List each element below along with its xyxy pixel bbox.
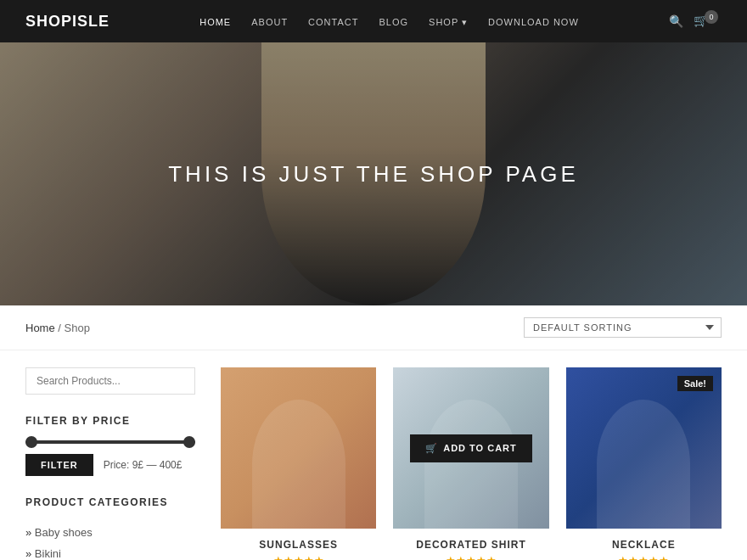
hero-title: THIS IS JUST THE SHOP PAGE [168, 161, 579, 188]
search-input[interactable] [25, 367, 195, 395]
price-thumb-left[interactable] [25, 436, 37, 448]
category-item-bikini[interactable]: Bikini [25, 543, 195, 560]
product-card-sunglasses[interactable]: SUNGLASSES ★★★★★ 335.00£ [221, 367, 376, 560]
main-layout: FILTER BY PRICE FILTER Price: 9£ — 400£ … [0, 350, 747, 560]
product-name-necklace: NECKLACE [566, 539, 722, 551]
filter-row: FILTER Price: 9£ — 400£ [25, 454, 195, 476]
category-item-baby-shoes[interactable]: Baby shoes [25, 522, 195, 543]
breadcrumb-current: Shop [65, 322, 90, 334]
breadcrumb-home[interactable]: Home [25, 322, 55, 334]
product-image-wrap-necklace: Sale! [566, 367, 722, 529]
categories-title: PRODUCT CATEGORIES [25, 496, 195, 508]
product-categories-section: PRODUCT CATEGORIES Baby shoes Bikini Clo… [25, 496, 195, 560]
breadcrumb: Home / Shop [25, 322, 90, 334]
nav-item-about[interactable]: ABOUT [251, 14, 288, 29]
navbar: SHOPISLE HOME ABOUT CONTACT BLOG SHOP ▾ … [0, 0, 747, 42]
brand-logo[interactable]: SHOPISLE [25, 13, 110, 31]
hero-section: THIS IS JUST THE SHOP PAGE [0, 42, 747, 305]
cart-count: 0 [705, 10, 718, 24]
hero-overlay: THIS IS JUST THE SHOP PAGE [0, 42, 747, 305]
cart-icon: 🛒 [425, 443, 438, 454]
product-image-wrap [221, 367, 376, 529]
product-info-shirt: DECORATED SHIRT ★★★★★ 135.00£ [393, 529, 548, 560]
nav-menu: HOME ABOUT CONTACT BLOG SHOP ▾ DOWNLOAD … [199, 14, 579, 29]
product-name-shirt: DECORATED SHIRT [393, 539, 548, 551]
nav-item-contact[interactable]: CONTACT [308, 14, 358, 29]
filter-title: FILTER BY PRICE [25, 415, 195, 427]
add-to-cart-button[interactable]: 🛒 ADD TO CART [410, 434, 532, 462]
filter-button[interactable]: FILTER [25, 454, 93, 476]
product-card-necklace[interactable]: Sale! NECKLACE ★★★★★ 195.00£ [566, 367, 722, 560]
nav-item-shop[interactable]: SHOP ▾ [429, 14, 468, 29]
sidebar: FILTER BY PRICE FILTER Price: 9£ — 400£ … [25, 367, 195, 560]
breadcrumb-bar: Home / Shop Default SortingSort by popul… [0, 305, 747, 350]
product-image-sunglasses [221, 367, 376, 529]
price-filter-section: FILTER BY PRICE FILTER Price: 9£ — 400£ [25, 415, 195, 476]
price-thumb-right[interactable] [183, 436, 195, 448]
breadcrumb-separator: / [55, 322, 65, 334]
products-area: SUNGLASSES ★★★★★ 335.00£ 🛒 ADD TO CART [221, 367, 722, 560]
product-card-shirt[interactable]: 🛒 ADD TO CART DECORATED SHIRT ★★★★★ 135.… [393, 367, 548, 560]
nav-item-home[interactable]: HOME [199, 14, 231, 29]
product-name-sunglasses: SUNGLASSES [221, 539, 376, 551]
product-info: SUNGLASSES ★★★★★ 335.00£ [221, 529, 376, 560]
products-grid: SUNGLASSES ★★★★★ 335.00£ 🛒 ADD TO CART [221, 367, 722, 560]
sort-select[interactable]: Default SortingSort by popularitySort by… [524, 317, 722, 338]
category-list: Baby shoes Bikini Clothing [25, 522, 195, 560]
product-stars-shirt: ★★★★★ [393, 554, 548, 560]
product-info-necklace: NECKLACE ★★★★★ 195.00£ [566, 529, 722, 560]
product-image-necklace [566, 367, 722, 529]
product-stars-sunglasses: ★★★★★ [221, 554, 376, 560]
cart-button[interactable]: 🛒0 [694, 14, 722, 29]
sort-wrapper: Default SortingSort by popularitySort by… [524, 317, 722, 338]
add-to-cart-overlay: 🛒 ADD TO CART [393, 367, 548, 529]
add-to-cart-label: ADD TO CART [443, 443, 517, 453]
nav-item-blog[interactable]: BLOG [379, 14, 408, 29]
search-icon-button[interactable]: 🔍 [669, 14, 683, 28]
product-stars-necklace: ★★★★★ [566, 554, 722, 560]
price-range-fill [25, 440, 195, 444]
price-range-track [25, 440, 195, 444]
sale-badge: Sale! [677, 376, 713, 391]
price-label: Price: 9£ — 400£ [104, 459, 183, 471]
nav-item-download[interactable]: DOWNLOAD NOW [488, 14, 579, 29]
navbar-right: 🔍 🛒0 [669, 14, 722, 29]
product-image-wrap-shirt: 🛒 ADD TO CART [393, 367, 548, 529]
